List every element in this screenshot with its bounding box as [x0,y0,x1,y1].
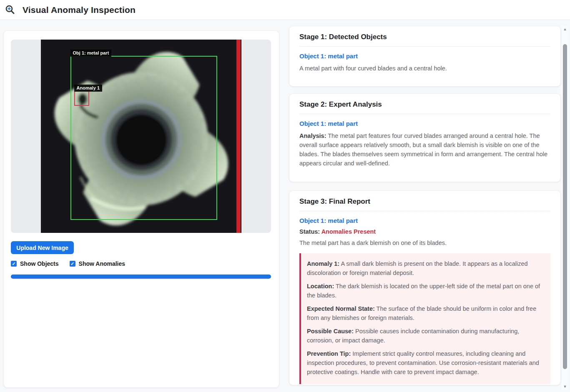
stage3-summary: The metal part has a dark blemish on one… [299,238,550,247]
show-anomalies-checkbox[interactable]: ✓ [70,261,75,267]
stage3-title: Stage 3: Final Report [299,197,550,206]
stage1-card: Stage 1: Detected Objects Object 1: meta… [289,26,561,87]
anomaly-detail-text: A small dark blemish is present on the b… [307,260,528,276]
anomaly-detail-row: Possible Cause: Possible causes include … [307,327,545,345]
status-line: Status: Anomalies Present [299,228,550,235]
anomaly-bounding-box: Anomaly 1 [74,91,89,106]
status-value: Anomalies Present [321,228,376,235]
stage2-object-heading: Object 1: metal part [299,120,550,127]
page-title: Visual Anomaly Inspection [23,5,136,15]
object-box-label: Obj 1: metal part [70,50,112,57]
divider [299,114,550,114]
stage1-object-heading: Object 1: metal part [299,52,550,60]
anomaly-detail-row: Location: The dark blemish is located on… [307,282,545,300]
stage3-object-heading: Object 1: metal part [299,217,550,224]
stage2-title: Stage 2: Expert Analysis [299,100,550,109]
show-anomalies-label: Show Anomalies [79,260,126,267]
analysis-label: Analysis: [299,132,326,139]
show-objects-checkbox[interactable]: ✓ [11,261,17,267]
anomaly-detail-label: Possible Cause: [307,328,354,335]
show-anomalies-toggle[interactable]: ✓ Show Anomalies [70,260,126,267]
vertical-scrollbar[interactable]: ▲ ▼ [562,26,568,390]
image-viewer: Obj 1: metal part Anomaly 1 [11,40,271,233]
anomaly-detail-panel: Anomaly 1: A small dark blemish is prese… [299,253,550,384]
anomaly-detail-label: Expected Normal State: [307,305,375,312]
analysis-text: The metal part features four curved blad… [299,132,547,167]
scrollbar-thumb[interactable] [563,44,567,369]
anomaly-detail-label: Anomaly 1: [307,260,339,267]
anomaly-detail-row: Expected Normal State: The surface of th… [307,304,545,322]
image-panel: Obj 1: metal part Anomaly 1 Upload New I… [3,30,279,388]
scrollbar-up-arrow[interactable]: ▲ [562,26,568,32]
scrollbar-track[interactable] [562,32,568,383]
anomaly-detail-label: Location: [307,283,334,290]
anomaly-box-label: Anomaly 1 [74,85,103,92]
anomaly-detail-text: The dark blemish is located on the upper… [307,283,540,299]
scrollbar-down-arrow[interactable]: ▼ [562,383,568,390]
status-label: Status: [299,228,321,235]
stage2-card: Stage 2: Expert Analysis Object 1: metal… [289,93,561,182]
layer-toggles: ✓ Show Objects ✓ Show Anomalies [11,260,125,267]
anomaly-detail-row: Anomaly 1: A small dark blemish is prese… [307,259,545,277]
stage3-card: Stage 3: Final Report Object 1: metal pa… [289,190,561,385]
progress-bar [11,275,271,279]
inspected-image: Obj 1: metal part Anomaly 1 [41,40,241,233]
divider [299,211,550,211]
stage2-analysis: Analysis: The metal part features four c… [299,131,550,168]
stage1-title: Stage 1: Detected Objects [299,33,550,41]
divider [299,46,550,47]
stage1-description: A metal part with four curved blades and… [299,64,550,73]
anomaly-detail-label: Prevention Tip: [307,350,351,357]
show-objects-label: Show Objects [20,260,59,267]
anomaly-detail-row: Prevention Tip: Implement strict quality… [307,349,545,377]
magnifier-plus-icon [4,4,16,16]
app-header: Visual Anomaly Inspection [0,0,570,20]
show-objects-toggle[interactable]: ✓ Show Objects [11,260,59,267]
object-bounding-box: Obj 1: metal part [70,56,217,220]
upload-new-image-button[interactable]: Upload New Image [11,241,74,254]
